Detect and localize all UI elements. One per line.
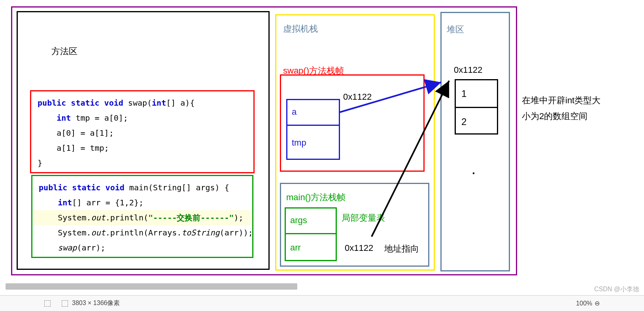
heap-cell-1: 2 <box>456 108 497 136</box>
main-var-args: args <box>285 207 337 234</box>
heap-annotation: 在堆中开辟int类型大 小为2的数组空间 <box>522 93 601 124</box>
status-bar: 3803 × 1366像素 100% ⊖ <box>0 295 644 311</box>
main-code-box: public static void main(String[] args) {… <box>31 175 253 258</box>
heap-address: 0x1122 <box>454 65 482 75</box>
main-var-arr: arr <box>285 234 337 261</box>
local-var-table-label: 局部变量表 <box>342 212 385 224</box>
annotation-line-1: 在堆中开辟int类型大 <box>522 93 601 108</box>
heap-dot: · <box>472 167 475 180</box>
statusbar-crop-tool[interactable] <box>44 300 52 307</box>
heap-title: 堆区 <box>447 24 464 36</box>
dimensions-text: 3803 × 1366像素 <box>72 299 120 307</box>
statusbar-dimensions: 3803 × 1366像素 <box>62 299 120 307</box>
swap-var-a: a <box>286 99 340 126</box>
swap-frame-address: 0x1122 <box>343 92 372 102</box>
statusbar-zoom[interactable]: 100% ⊖ <box>576 300 600 307</box>
crop-icon <box>44 300 51 307</box>
heap-array: 1 2 <box>455 79 498 135</box>
swap-code: public static void swap(int[] a){ int tm… <box>31 91 253 174</box>
heap-cell-0: 1 <box>456 80 497 108</box>
dimensions-icon <box>62 300 68 307</box>
heap-box <box>440 12 510 271</box>
vm-stack-title: 虚拟机栈 <box>283 23 318 35</box>
swap-code-box: public static void swap(int[] a){ int tm… <box>30 90 255 173</box>
main-frame-title: main()方法栈帧 <box>286 192 346 203</box>
annotation-line-2: 小为2的数组空间 <box>522 108 601 124</box>
main-code: public static void main(String[] args) {… <box>32 176 252 259</box>
zoom-text: 100% <box>576 300 592 307</box>
horizontal-scrollbar-thumb[interactable] <box>6 283 297 290</box>
zoom-minus-icon[interactable]: ⊖ <box>595 300 600 307</box>
watermark: CSDN @小李德 <box>594 285 639 294</box>
swap-var-tmp: tmp <box>286 126 340 160</box>
method-area-title: 方法区 <box>51 46 77 57</box>
main-frame-address: 0x1122 <box>345 243 373 253</box>
address-pointer-label: 地址指向 <box>384 243 419 255</box>
